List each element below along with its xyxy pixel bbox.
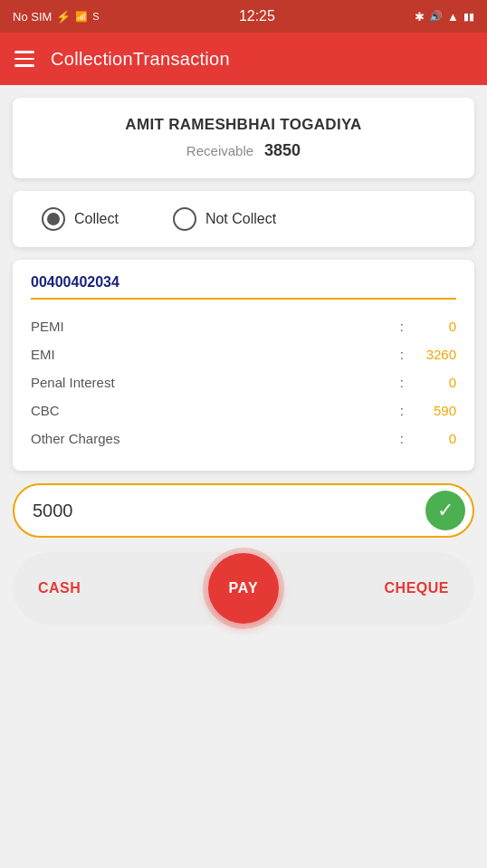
header-title: CollectionTransaction: [51, 49, 230, 70]
customer-card: AMIT RAMESHBHAI TOGADIYA Receivable 3850: [13, 98, 474, 178]
field-value: 590: [411, 403, 456, 418]
field-row: CBC : 590: [31, 396, 456, 424]
field-right: : 590: [400, 403, 456, 418]
collect-radio-inner: [47, 213, 60, 225]
cash-button[interactable]: CASH: [38, 580, 81, 596]
field-colon: :: [400, 403, 404, 418]
field-right: : 0: [400, 375, 456, 390]
field-value: 0: [411, 431, 456, 446]
radio-card: Collect Not Collect: [13, 191, 474, 247]
not-collect-option[interactable]: Not Collect: [173, 207, 276, 231]
field-right: : 0: [400, 319, 456, 334]
carrier-text: No SIM: [13, 10, 52, 24]
amount-input-row: ✓: [13, 483, 474, 538]
status-bar: No SIM ⚡ 📶 S 12:25 ✱ 🔊 ▲ ▮▮: [0, 0, 487, 33]
field-value: 0: [411, 319, 456, 334]
field-row: PEMI : 0: [31, 312, 456, 340]
volume-icon: 🔊: [429, 10, 443, 23]
collect-label: Collect: [74, 211, 119, 227]
payment-section: CASH PAY CHEQUE: [0, 552, 487, 625]
field-value: 0: [411, 375, 456, 390]
field-colon: :: [400, 375, 404, 390]
not-collect-radio-circle[interactable]: [173, 207, 196, 231]
receivable-value: 3850: [264, 141, 301, 160]
status-time: 12:25: [239, 8, 275, 24]
cheque-button[interactable]: CHEQUE: [385, 580, 449, 596]
status-right: ✱ 🔊 ▲ ▮▮: [415, 10, 474, 24]
bluetooth-icon: ✱: [415, 10, 425, 24]
field-label: Penal Interest: [31, 375, 115, 390]
status-left: No SIM ⚡ 📶 S: [13, 10, 100, 24]
amount-section: ✓: [0, 483, 487, 538]
field-row: Other Charges : 0: [31, 424, 456, 453]
field-right: : 3260: [400, 347, 456, 362]
sim-icon: 📶: [75, 11, 88, 23]
receivable-label: Receivable: [186, 143, 253, 158]
field-value: 3260: [411, 347, 456, 362]
confirm-button[interactable]: ✓: [425, 491, 465, 530]
transaction-card: 00400402034 PEMI : 0 EMI : 3260 Penal In…: [13, 260, 474, 471]
battery-icon: ▮▮: [463, 11, 474, 23]
check-icon: ✓: [437, 499, 454, 522]
customer-name: AMIT RAMESHBHAI TOGADIYA: [34, 116, 453, 134]
field-label: EMI: [31, 347, 55, 362]
collect-radio-circle[interactable]: [42, 207, 65, 231]
app-header: CollectionTransaction: [0, 33, 487, 85]
field-colon: :: [400, 347, 404, 362]
signal-icon: S: [92, 11, 99, 22]
field-right: : 0: [400, 431, 456, 446]
main-content: AMIT RAMESHBHAI TOGADIYA Receivable 3850…: [0, 85, 487, 471]
usb-icon: ⚡: [56, 10, 71, 24]
not-collect-label: Not Collect: [205, 211, 276, 227]
field-row: Penal Interest : 0: [31, 368, 456, 396]
field-label: CBC: [31, 403, 60, 418]
field-colon: :: [400, 319, 404, 334]
menu-button[interactable]: [14, 51, 34, 67]
fields-list: PEMI : 0 EMI : 3260 Penal Interest : 0 C…: [31, 312, 456, 453]
field-label: Other Charges: [31, 431, 119, 446]
receivable-row: Receivable 3850: [34, 141, 453, 160]
pay-button[interactable]: PAY: [208, 553, 279, 624]
field-label: PEMI: [31, 319, 64, 334]
field-row: EMI : 3260: [31, 340, 456, 368]
payment-bar: CASH PAY CHEQUE: [13, 552, 474, 625]
amount-input[interactable]: [33, 501, 425, 521]
field-colon: :: [400, 431, 404, 446]
collect-option[interactable]: Collect: [42, 207, 119, 231]
account-number: 00400402034: [31, 274, 456, 300]
wifi-icon: ▲: [447, 10, 459, 24]
